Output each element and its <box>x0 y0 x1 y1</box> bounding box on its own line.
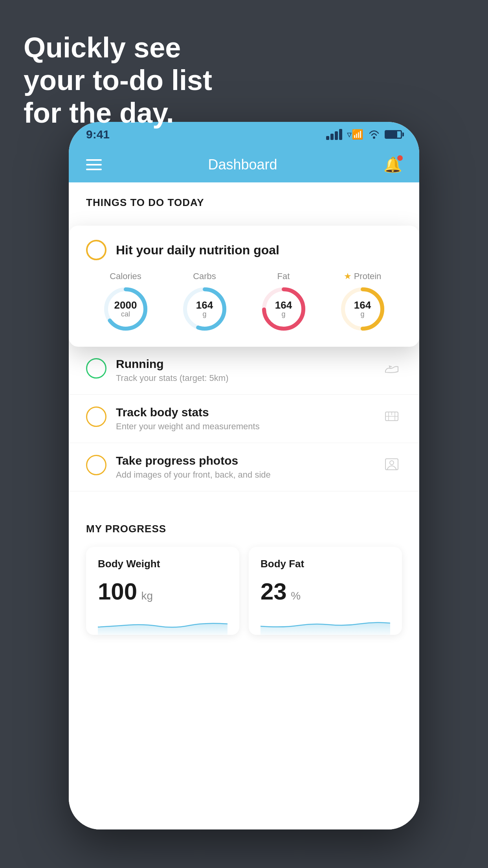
phone-content: THINGS TO DO TODAY Hit your daily nutrit… <box>69 182 419 829</box>
progress-cards-container: Body Weight 100 kg <box>86 547 402 635</box>
wifi-icon <box>368 130 380 139</box>
nav-title: Dashboard <box>208 156 277 173</box>
nutrition-fat: Fat 164 g <box>260 271 307 333</box>
photos-check-circle[interactable] <box>86 455 106 475</box>
todo-item-running[interactable]: Running Track your stats (target: 5km) <box>69 346 419 395</box>
body-stats-title: Track body stats <box>116 406 372 419</box>
nav-bar: Dashboard 🔔 <box>69 147 419 182</box>
nutrition-calories: Calories 2000 cal <box>102 271 149 333</box>
protein-star-icon: ★ <box>344 271 352 281</box>
photos-title: Take progress photos <box>116 454 372 467</box>
progress-header: MY PROGRESS <box>86 523 402 535</box>
body-weight-unit: kg <box>141 590 153 602</box>
body-fat-chart <box>261 611 390 635</box>
body-stats-check-circle[interactable] <box>86 406 106 427</box>
things-to-do-header: THINGS TO DO TODAY <box>69 182 419 217</box>
nutrition-check-circle[interactable] <box>86 240 106 260</box>
notifications-button[interactable]: 🔔 <box>383 156 402 173</box>
running-content: Running Track your stats (target: 5km) <box>116 357 372 383</box>
carbs-label: Carbs <box>193 271 216 281</box>
notification-badge <box>397 155 403 161</box>
running-subtitle: Track your stats (target: 5km) <box>116 373 372 383</box>
body-weight-card[interactable]: Body Weight 100 kg <box>86 547 239 635</box>
scale-icon <box>382 406 402 426</box>
hero-text: Quickly see your to-do list for the day. <box>24 31 212 129</box>
todo-item-body-stats[interactable]: Track body stats Enter your weight and m… <box>69 395 419 443</box>
hero-line2: your to-do list <box>24 64 212 97</box>
photos-subtitle: Add images of your front, back, and side <box>116 470 372 480</box>
nutrition-card-header: Hit your daily nutrition goal <box>86 240 402 260</box>
todo-item-photos[interactable]: Take progress photos Add images of your … <box>69 443 419 491</box>
fat-label: Fat <box>277 271 290 281</box>
photos-content: Take progress photos Add images of your … <box>116 454 372 480</box>
protein-ring: 164 g <box>339 285 386 333</box>
body-weight-chart <box>98 611 227 635</box>
hamburger-menu-button[interactable] <box>86 159 102 170</box>
person-photo-icon <box>382 454 402 474</box>
svg-point-15 <box>390 461 394 465</box>
body-fat-unit: % <box>291 590 301 602</box>
body-weight-value: 100 <box>98 578 137 605</box>
body-stats-content: Track body stats Enter your weight and m… <box>116 406 372 432</box>
progress-section: MY PROGRESS Body Weight 100 kg <box>69 507 419 635</box>
battery-icon <box>385 130 402 139</box>
nutrition-card: Hit your daily nutrition goal Calories 2… <box>69 226 419 347</box>
body-fat-card[interactable]: Body Fat 23 % <box>249 547 402 635</box>
body-weight-title: Body Weight <box>98 558 227 570</box>
hero-line3: for the day. <box>24 97 212 129</box>
status-time: 9:41 <box>86 128 110 141</box>
nutrition-grid: Calories 2000 cal Carbs <box>86 271 402 333</box>
wifi-icon: ▿📶 <box>347 129 363 140</box>
body-fat-title: Body Fat <box>261 558 390 570</box>
running-check-circle[interactable] <box>86 358 106 379</box>
running-shoe-icon <box>382 357 402 378</box>
calories-ring: 2000 cal <box>102 285 149 333</box>
nutrition-carbs: Carbs 164 g <box>181 271 228 333</box>
phone-frame: 9:41 ▿📶 <box>69 122 419 829</box>
carbs-ring: 164 g <box>181 285 228 333</box>
status-icons: ▿📶 <box>326 129 402 140</box>
body-stats-subtitle: Enter your weight and measurements <box>116 421 372 432</box>
running-title: Running <box>116 357 372 371</box>
hero-line1: Quickly see <box>24 31 212 64</box>
protein-label: ★ Protein <box>344 271 382 281</box>
svg-point-0 <box>373 136 375 139</box>
body-fat-value: 23 <box>261 578 287 605</box>
nutrition-card-title: Hit your daily nutrition goal <box>116 243 279 257</box>
fat-ring: 164 g <box>260 285 307 333</box>
todo-list: Running Track your stats (target: 5km) T… <box>69 346 419 491</box>
calories-label: Calories <box>110 271 141 281</box>
nutrition-protein: ★ Protein 164 g <box>339 271 386 333</box>
signal-bars-icon <box>326 129 342 140</box>
